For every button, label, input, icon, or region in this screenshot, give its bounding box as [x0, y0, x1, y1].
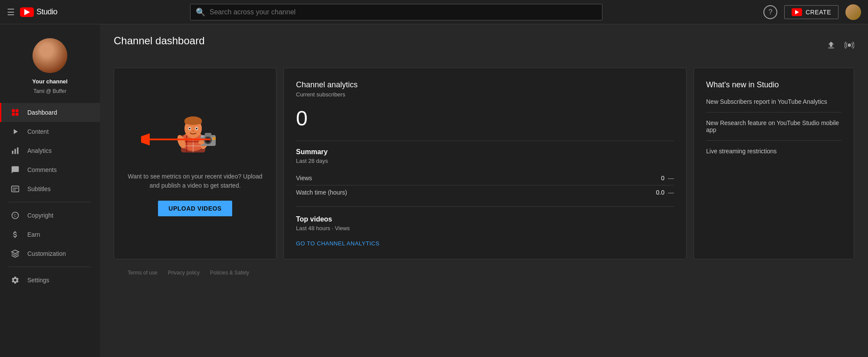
- your-channel-label: Your channel: [32, 78, 67, 85]
- svg-rect-2: [12, 113, 15, 116]
- svg-rect-7: [12, 186, 19, 192]
- go-live-icon[interactable]: [845, 40, 854, 52]
- subtitles-icon: [10, 185, 20, 193]
- current-subscribers-label: Current subscribers: [296, 91, 674, 98]
- search-bar: 🔍: [190, 4, 602, 20]
- earn-icon: [10, 230, 20, 239]
- views-dash: —: [668, 175, 674, 182]
- user-avatar[interactable]: [845, 4, 861, 20]
- sidebar-divider: [9, 202, 91, 202]
- divider-2: [296, 206, 674, 207]
- content-icon: [10, 127, 20, 136]
- create-play-triangle: [795, 10, 799, 14]
- summary-title: Summary: [296, 148, 674, 156]
- nav-items: Dashboard Content Anal: [0, 103, 100, 290]
- news-item-1[interactable]: New Research feature on YouTube Studio m…: [706, 112, 842, 141]
- watchtime-dash: —: [668, 189, 674, 196]
- sidebar-item-analytics[interactable]: Analytics: [0, 141, 100, 160]
- sidebar-earn-label: Earn: [27, 231, 40, 238]
- sidebar-divider-2: [9, 267, 91, 267]
- camera-person-svg: [169, 111, 221, 163]
- settings-icon: [10, 276, 20, 284]
- sidebar-dashboard-label: Dashboard: [27, 109, 57, 116]
- privacy-link[interactable]: Privacy policy: [168, 270, 200, 276]
- logo-container[interactable]: Studio: [20, 7, 57, 17]
- channel-avatar-image: [33, 38, 67, 73]
- topnav-left: ☰ Studio: [7, 7, 107, 17]
- create-label: CREATE: [806, 9, 831, 16]
- sidebar-item-earn[interactable]: Earn: [0, 225, 100, 244]
- watchtime-label: Watch time (hours): [296, 189, 347, 196]
- search-input-wrap[interactable]: 🔍: [190, 4, 602, 20]
- news-item-2[interactable]: Live streaming restrictions: [706, 141, 842, 162]
- svg-point-26: [196, 128, 197, 129]
- sidebar-copyright-label: Copyright: [27, 212, 53, 219]
- views-value: 0 —: [661, 175, 674, 182]
- studio-label: Studio: [36, 7, 57, 17]
- main-body: Your channel Tami @ Buffer Dashboard: [0, 24, 868, 357]
- views-number: 0: [661, 175, 664, 182]
- copyright-icon: C: [10, 211, 20, 220]
- news-item-1-text: New Research feature on YouTube Studio m…: [706, 119, 839, 133]
- page-title-row: Channel dashboard: [114, 35, 854, 57]
- terms-link[interactable]: Terms of use: [128, 270, 158, 276]
- channel-info: Your channel Tami @ Buffer: [0, 31, 100, 103]
- analytics-icon: [10, 146, 20, 155]
- sidebar-content-label: Content: [27, 128, 49, 135]
- create-video-icon: [792, 8, 802, 16]
- watchtime-value: 0.0 —: [656, 189, 674, 196]
- sidebar-item-content[interactable]: Content: [0, 122, 100, 141]
- watchtime-number: 0.0: [656, 189, 664, 196]
- help-icon[interactable]: ?: [763, 5, 777, 19]
- comments-icon: [10, 165, 20, 174]
- svg-rect-4: [12, 151, 13, 154]
- top-videos-title: Top videos: [296, 215, 674, 223]
- dashboard-grid: Want to see metrics on your recent video…: [114, 68, 854, 259]
- sidebar-item-settings[interactable]: Settings: [0, 271, 100, 290]
- upload-videos-button[interactable]: UPLOAD VIDEOS: [158, 201, 232, 216]
- svg-rect-34: [201, 136, 204, 137]
- sidebar-item-copyright[interactable]: C Copyright: [0, 206, 100, 225]
- sidebar-item-dashboard[interactable]: Dashboard: [0, 103, 100, 122]
- sidebar-customization-label: Customization: [27, 250, 66, 257]
- news-item-2-text: Live streaming restrictions: [706, 148, 777, 155]
- svg-point-13: [848, 43, 851, 46]
- policies-link[interactable]: Policies & Safety: [210, 270, 249, 276]
- upload-description: Want to see metrics on your recent video…: [125, 172, 266, 190]
- summary-period: Last 28 days: [296, 158, 674, 164]
- news-item-0-text: New Subscribers report in YouTube Analyt…: [706, 98, 827, 105]
- sidebar-settings-label: Settings: [27, 277, 49, 284]
- sidebar-item-comments[interactable]: Comments: [0, 160, 100, 179]
- news-item-0[interactable]: New Subscribers report in YouTube Analyt…: [706, 98, 842, 112]
- sidebar: Your channel Tami @ Buffer Dashboard: [0, 24, 100, 357]
- sidebar-item-subtitles[interactable]: Subtitles: [0, 179, 100, 198]
- upload-video-icon[interactable]: [826, 40, 836, 52]
- svg-rect-0: [12, 109, 15, 112]
- footer: Terms of use Privacy policy Policies & S…: [114, 259, 854, 281]
- sidebar-comments-label: Comments: [27, 166, 57, 173]
- search-input[interactable]: [210, 8, 597, 16]
- svg-rect-5: [14, 149, 16, 154]
- avatar-image: [845, 4, 861, 20]
- views-label: Views: [296, 175, 312, 182]
- create-button[interactable]: CREATE: [784, 5, 838, 19]
- analytics-card: Channel analytics Current subscribers 0 …: [283, 68, 687, 259]
- hamburger-icon[interactable]: ☰: [7, 7, 15, 17]
- sidebar-subtitles-label: Subtitles: [27, 185, 51, 192]
- svg-rect-35: [212, 137, 216, 140]
- page-title: Channel dashboard: [114, 35, 205, 47]
- youtube-play-icon: [24, 9, 30, 15]
- upload-card: Want to see metrics on your recent video…: [114, 68, 276, 259]
- svg-point-25: [189, 128, 191, 129]
- content-area: Channel dashboard: [100, 24, 868, 357]
- watchtime-metric-row: Watch time (hours) 0.0 —: [296, 185, 674, 199]
- svg-rect-3: [16, 113, 19, 116]
- svg-text:C: C: [14, 213, 16, 218]
- go-to-channel-analytics-link[interactable]: GO TO CHANNEL ANALYTICS: [296, 240, 379, 247]
- svg-point-33: [207, 139, 209, 142]
- sidebar-item-customization[interactable]: Customization: [0, 244, 100, 263]
- subscribers-count: 0: [296, 106, 674, 130]
- channel-avatar[interactable]: [33, 38, 67, 73]
- search-icon: 🔍: [196, 7, 205, 17]
- upload-illustration: [169, 111, 221, 163]
